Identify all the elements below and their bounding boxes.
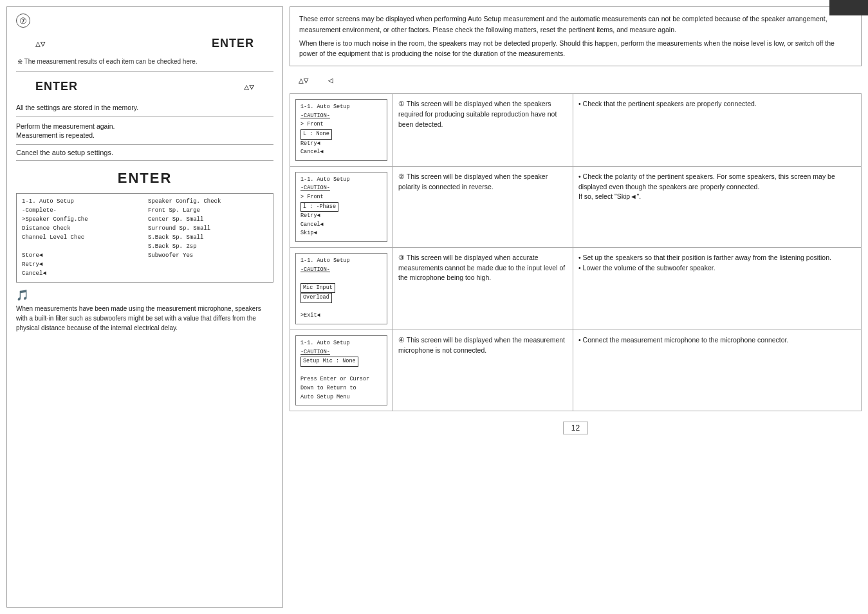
action-texts: Perform the measurement again. Measureme… [16, 122, 273, 139]
divider-2 [16, 116, 273, 117]
error-row-1: 1-1. Auto Setup -CAUTION- > Front L : No… [290, 94, 862, 167]
top-note-2: When there is too much noise in the room… [299, 38, 852, 60]
page-number: 12 [290, 422, 862, 440]
error-desc-4: ④ This screen will be displayed when the… [393, 330, 573, 411]
error-row-2: 1-1. Auto Setup -CAUTION- > Front l : -P… [290, 166, 862, 247]
top-right-bar [829, 0, 868, 15]
left-panel: ⑦ △▽ ENTER ※ The measurement results of … [6, 6, 283, 608]
enter-big[interactable]: ENTER [118, 170, 172, 186]
error-desc-3: ③ This screen will be displayed when acc… [393, 247, 573, 330]
note-text: When measurements have been made using t… [16, 304, 273, 333]
action-text-3: Cancel the auto setup settings. [16, 149, 273, 156]
nav-symbol-2: △▽ [244, 82, 254, 92]
enter-button-2[interactable]: ENTER [35, 80, 78, 93]
top-notes: These error screens may be displayed whe… [290, 6, 862, 66]
hint-text: ※ The measurement results of each item c… [16, 58, 273, 65]
page-num-box: 12 [563, 422, 588, 434]
error-remedy-3: • Set up the speakers so that their posi… [573, 247, 862, 330]
error-screen-2: 1-1. Auto Setup -CAUTION- > Front l : -P… [290, 166, 393, 247]
storage-text: All the settings are stored in the memor… [16, 104, 273, 111]
nav-symbol-right-2: ◁ [328, 75, 333, 86]
step-number: ⑦ [16, 14, 30, 28]
error-screen-4: 1-1. Auto Setup -CAUTION- Setup Mic : No… [290, 330, 393, 411]
error-remedy-4: • Connect the measurement microphone to … [573, 330, 862, 411]
error-row-3: 1-1. Auto Setup -CAUTION- Mic Input Over… [290, 247, 862, 330]
nav-controls-2: ENTER △▽ [16, 76, 273, 97]
action-text-1: Perform the measurement again. [16, 122, 273, 130]
nav-row: △▽ ◁ [290, 71, 862, 89]
note-icon: 🎵 [16, 289, 273, 301]
top-note-1: These error screens may be displayed whe… [299, 14, 852, 35]
nav-controls-1: △▽ ENTER [16, 33, 273, 54]
error-remedy-2: • Check the polarity of the pertinent sp… [573, 166, 862, 247]
error-desc-2: ② This screen will be displayed when the… [393, 166, 573, 247]
action-text-2: Measurement is repeated. [16, 131, 273, 139]
error-screen-1: 1-1. Auto Setup -CAUTION- > Front L : No… [290, 94, 393, 167]
divider-3 [16, 144, 273, 145]
error-desc-1: ① This screen will be displayed when the… [393, 94, 573, 167]
screen-right: Speaker Config. Check Front Sp. Large Ce… [148, 198, 268, 278]
divider-1 [16, 71, 273, 72]
error-table: 1-1. Auto Setup -CAUTION- > Front L : No… [290, 93, 862, 411]
enter-button-1[interactable]: ENTER [212, 37, 254, 50]
nav-symbol-right-1: △▽ [299, 75, 309, 86]
error-row-4: 1-1. Auto Setup -CAUTION- Setup Mic : No… [290, 330, 862, 411]
enter-section: ENTER [16, 170, 273, 187]
nav-symbol-1: △▽ [35, 39, 46, 49]
error-screen-3: 1-1. Auto Setup -CAUTION- Mic Input Over… [290, 247, 393, 330]
screen-left: 1-1. Auto Setup -Complete- >Speaker Conf… [22, 198, 142, 278]
divider-4 [16, 160, 273, 161]
right-panel: These error screens may be displayed whe… [290, 6, 862, 608]
error-remedy-1: • Check that the pertinent speakers are … [573, 94, 862, 167]
screen-diagram: 1-1. Auto Setup -Complete- >Speaker Conf… [16, 193, 273, 283]
